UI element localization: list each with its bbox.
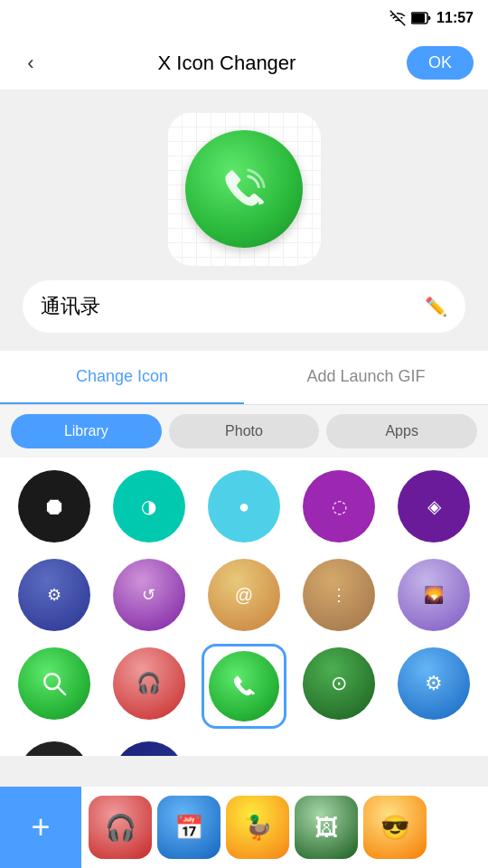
- icon-swatch: ◈: [398, 470, 470, 542]
- icon-swatch: ↺: [113, 559, 185, 631]
- icon-swatch: ⚙: [398, 647, 470, 720]
- add-button[interactable]: +: [0, 787, 81, 868]
- photo-frame-icon: 🖼: [314, 814, 338, 842]
- list-item[interactable]: ⏺: [14, 467, 94, 546]
- list-item[interactable]: 🎧: [89, 796, 152, 859]
- svg-rect-1: [412, 14, 425, 23]
- icon-swatch: 🎧: [113, 647, 185, 720]
- status-icons: 11:57: [389, 10, 474, 26]
- icon-swatch: ⋮: [303, 559, 375, 631]
- tab-add-launch-gif[interactable]: Add Launch GIF: [244, 351, 488, 404]
- icon-swatch: [18, 647, 90, 720]
- ok-button[interactable]: OK: [407, 46, 474, 80]
- list-item[interactable]: ⚙: [14, 555, 94, 635]
- icon-swatch: ⏺: [18, 470, 90, 542]
- sub-tabs: Library Photo Apps: [0, 405, 488, 458]
- icon-grid: ⏺ ◑ ● ◌ ◈ ⚙ ↺ @ ⋮: [0, 458, 488, 756]
- phone-icon: [227, 669, 261, 703]
- app-name-text: 通讯录: [41, 293, 100, 320]
- subtab-photo[interactable]: Photo: [169, 414, 320, 448]
- bottom-bar: + 🎧 📅 🦆 🖼 😎: [0, 787, 488, 868]
- status-time: 11:57: [436, 10, 474, 26]
- list-item[interactable]: [14, 644, 94, 723]
- list-item[interactable]: 📅: [157, 796, 221, 859]
- list-item[interactable]: 🌄: [394, 555, 474, 635]
- icon-swatch: ⊙: [303, 647, 375, 720]
- icon-swatch: @: [208, 559, 280, 631]
- headphone-icon: 🎧: [105, 813, 136, 843]
- list-item[interactable]: ◈: [394, 467, 474, 546]
- icon-swatch: ●: [208, 470, 280, 542]
- icon-swatch-selected: [209, 651, 279, 722]
- edit-icon[interactable]: ✏️: [425, 296, 447, 317]
- signal-icon: [389, 10, 406, 26]
- page-title: X Icon Changer: [158, 52, 296, 75]
- bird-icon: 🦆: [243, 814, 272, 842]
- list-item[interactable]: ⋮: [299, 555, 379, 635]
- main-tabs: Change Icon Add Launch GIF: [0, 351, 488, 405]
- icon-swatch: ◌: [303, 470, 375, 542]
- subtab-apps[interactable]: Apps: [326, 414, 477, 448]
- search-icon: [38, 667, 70, 700]
- battery-icon: [411, 12, 431, 24]
- list-item[interactable]: 🎧: [109, 644, 189, 723]
- icon-swatch: ◑: [113, 470, 185, 542]
- svg-line-3: [57, 687, 64, 694]
- icon-swatch: ⚙: [18, 559, 90, 631]
- tab-change-icon[interactable]: Change Icon: [0, 351, 244, 404]
- character-icon: 😎: [380, 814, 409, 842]
- back-button[interactable]: ‹: [14, 47, 47, 80]
- status-bar: 11:57: [0, 0, 488, 36]
- subtab-library[interactable]: Library: [11, 414, 162, 448]
- nav-bar: ‹ X Icon Changer OK: [0, 36, 488, 90]
- app-name-row: 通讯录 ✏️: [23, 280, 465, 333]
- icon-preview-area: 通讯录 ✏️: [0, 90, 488, 351]
- icon-preview-box: [167, 112, 321, 266]
- icon-swatch: 🌄: [398, 559, 470, 631]
- plus-icon: +: [31, 808, 50, 846]
- phone-icon-svg: [212, 157, 276, 221]
- bottom-recent-icons: 🎧 📅 🦆 🖼 😎: [81, 787, 488, 868]
- list-item[interactable]: @: [204, 555, 284, 635]
- icon-swatch: 🌙: [113, 741, 185, 756]
- list-item[interactable]: ◑: [109, 467, 189, 546]
- preview-icon: [185, 130, 303, 248]
- calendar-icon: 📅: [174, 814, 203, 842]
- selected-icon-item[interactable]: [202, 644, 286, 729]
- icon-swatch: ▶: [18, 741, 90, 756]
- list-item[interactable]: 🦆: [226, 796, 289, 859]
- list-item[interactable]: ↺: [109, 555, 189, 635]
- list-item[interactable]: 😎: [363, 796, 427, 859]
- list-item[interactable]: ●: [204, 467, 284, 546]
- list-item[interactable]: ▶: [14, 738, 94, 756]
- list-item[interactable]: 🌙: [109, 738, 189, 756]
- list-item[interactable]: ⊙: [299, 644, 379, 723]
- list-item[interactable]: 🖼: [295, 796, 358, 859]
- list-item[interactable]: ◌: [299, 467, 379, 546]
- list-item[interactable]: ⚙: [394, 644, 474, 723]
